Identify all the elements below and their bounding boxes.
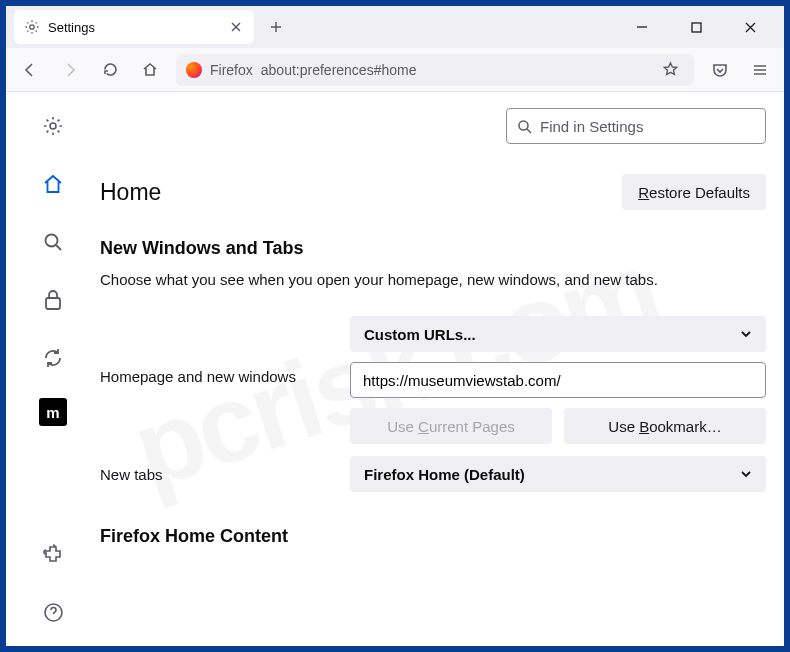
search-input[interactable]: Find in Settings [506,108,766,144]
url-text: about:preferences#home [261,62,648,78]
use-current-button[interactable]: Use Current Pages [350,408,552,444]
use-bookmark-button[interactable]: Use Bookmark… [564,408,766,444]
restore-defaults-button[interactable]: Restore Defaults [622,174,766,210]
newtabs-label: New tabs [100,466,350,483]
url-bar[interactable]: Firefox about:preferences#home [176,54,694,86]
svg-point-6 [519,121,528,130]
chevron-down-icon [740,468,752,480]
page-title: Home [100,179,161,206]
window-controls [624,11,776,43]
search-placeholder: Find in Settings [540,118,643,135]
svg-point-0 [30,25,34,29]
maximize-button[interactable] [678,11,714,43]
firefox-logo-icon [186,62,202,78]
section-description: Choose what you see when you open your h… [100,271,766,288]
new-tab-button[interactable] [260,11,292,43]
menu-button[interactable] [746,56,774,84]
search-icon [517,119,532,134]
url-context: Firefox [210,62,253,78]
svg-point-2 [50,123,56,129]
navigation-toolbar: Firefox about:preferences#home [6,48,784,92]
sidebar-item-general[interactable] [35,108,71,144]
sidebar-item-help[interactable] [35,594,71,630]
svg-point-3 [46,235,58,247]
sidebar-item-privacy[interactable] [35,282,71,318]
svg-rect-1 [692,23,701,32]
settings-sidebar: m [6,92,100,646]
homepage-url-input[interactable] [350,362,766,398]
browser-tab[interactable]: Settings [14,10,254,44]
sidebar-item-search[interactable] [35,224,71,260]
close-window-button[interactable] [732,11,768,43]
home-button[interactable] [136,56,164,84]
homepage-select[interactable]: Custom URLs... [350,316,766,352]
section-title: New Windows and Tabs [100,238,766,259]
sidebar-item-sync[interactable] [35,340,71,376]
svg-rect-4 [46,298,60,309]
sidebar-item-extensions[interactable] [35,536,71,572]
sidebar-item-extension[interactable]: m [39,398,67,426]
sidebar-item-home[interactable] [35,166,71,202]
back-button[interactable] [16,56,44,84]
homepage-label: Homepage and new windows [100,316,350,385]
settings-main: Find in Settings Home Restore Defaults N… [100,92,784,646]
close-icon[interactable] [228,19,244,35]
homepage-select-value: Custom URLs... [364,326,476,343]
chevron-down-icon [740,328,752,340]
tab-title: Settings [48,20,220,35]
firefox-home-content-title: Firefox Home Content [100,526,766,547]
minimize-button[interactable] [624,11,660,43]
gear-icon [24,19,40,35]
reload-button[interactable] [96,56,124,84]
bookmark-star-icon[interactable] [656,56,684,84]
pocket-icon[interactable] [706,56,734,84]
newtabs-select-value: Firefox Home (Default) [364,466,525,483]
tab-strip: Settings [6,6,784,48]
forward-button[interactable] [56,56,84,84]
newtabs-select[interactable]: Firefox Home (Default) [350,456,766,492]
